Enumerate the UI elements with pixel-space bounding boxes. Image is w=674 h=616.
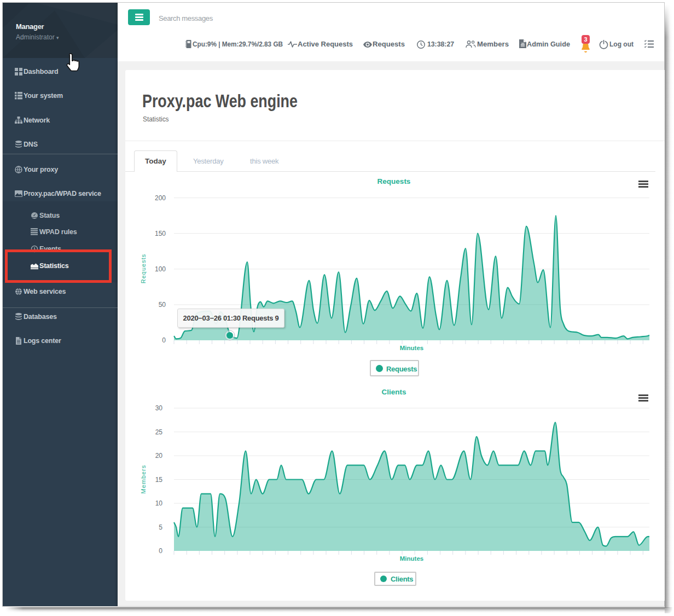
svg-text:10: 10 — [155, 499, 163, 507]
svg-text:100: 100 — [155, 265, 166, 273]
svg-text:0: 0 — [162, 336, 166, 344]
svg-text:5: 5 — [159, 524, 162, 531]
svg-text:150: 150 — [155, 230, 166, 237]
svg-text:Minutes: Minutes — [400, 555, 423, 562]
svg-text:Members: Members — [140, 465, 147, 494]
svg-text:0: 0 — [159, 547, 162, 555]
svg-text:Requests: Requests — [140, 254, 147, 283]
svg-text:50: 50 — [159, 301, 166, 309]
svg-text:Minutes: Minutes — [400, 345, 423, 351]
svg-text:20: 20 — [155, 452, 163, 460]
svg-text:15: 15 — [155, 476, 163, 484]
svg-text:25: 25 — [155, 428, 163, 436]
svg-text:200: 200 — [155, 194, 166, 202]
svg-text:30: 30 — [155, 404, 163, 412]
